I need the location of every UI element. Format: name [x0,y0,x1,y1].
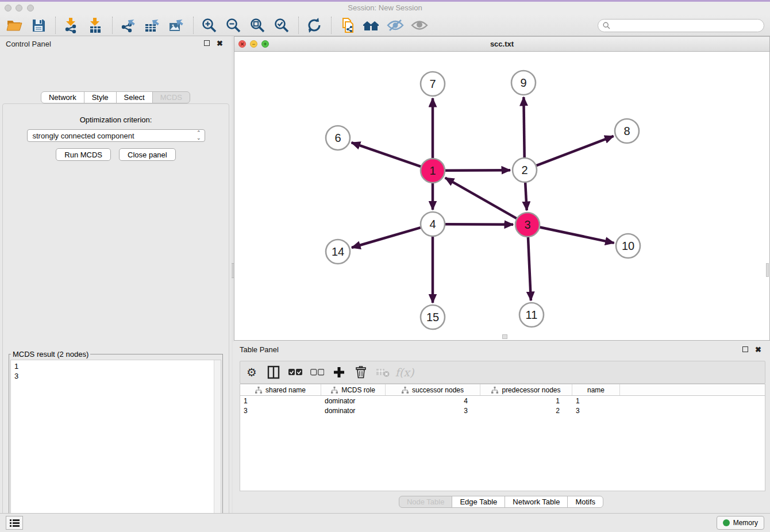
toolbar-separator [112,17,113,34]
column-header-MCDS-role[interactable]: MCDS role [321,384,386,395]
cell-shared-name[interactable]: 1 [240,397,321,405]
zoom-in-icon[interactable] [199,16,219,35]
control-panel-close-icon[interactable]: ✖ [216,40,224,48]
cell-MCDS-role[interactable]: dominator [321,397,386,405]
add-column-icon[interactable] [331,364,347,380]
edge-4-14[interactable] [352,228,421,248]
mcds-result-group: MCDS result (2 nodes) 1 3 [9,350,223,532]
column-label: name [587,386,605,394]
tab-motifs[interactable]: Motifs [567,496,603,508]
import-table-icon[interactable] [86,16,105,35]
zoom-fit-icon[interactable] [248,16,267,35]
tab-node-table[interactable]: Node Table [399,496,453,508]
node-label-1: 1 [429,164,436,177]
zoom-selected-icon[interactable] [272,16,291,35]
tab-edge-table[interactable]: Edge Table [452,496,505,508]
network-window: ✕ − + scc.txt 7968124314101511 [234,36,770,341]
cell-successor-nodes[interactable]: 3 [386,407,480,415]
control-panel-float-button[interactable] [204,40,210,46]
memory-status-icon [723,519,730,526]
export-table-icon[interactable] [143,16,162,35]
column-header-name[interactable]: name [572,384,620,395]
delete-column-icon[interactable] [353,364,369,380]
edge-4-3[interactable] [445,224,513,225]
network-hscroll-thumb[interactable] [502,334,507,339]
save-session-icon[interactable] [29,16,48,35]
edge-3-10[interactable] [540,228,614,243]
memory-button[interactable]: Memory [717,516,764,530]
tab-mcds[interactable]: MCDS [152,91,190,103]
column-header-predecessor-nodes[interactable]: predecessor nodes [480,384,572,395]
chevron-up-down-icon: ⌃⌄ [197,130,201,141]
clear-selection-icon[interactable] [309,364,325,380]
table-row[interactable]: 1dominator411 [240,396,765,406]
status-bar: Memory [0,513,770,532]
network-vscroll-thumb[interactable] [766,263,769,277]
search-box[interactable] [598,19,764,32]
refresh-icon[interactable] [305,16,324,35]
edge-1-2[interactable] [445,170,510,171]
show-panels-button[interactable] [6,516,23,530]
edge-2-3[interactable] [525,183,527,210]
node-label-10: 10 [622,240,634,252]
cell-successor-nodes[interactable]: 4 [386,397,480,405]
edge-2-9[interactable] [523,97,524,157]
app-title: Session: New Session [0,3,770,12]
export-network-icon[interactable] [118,16,138,35]
node-label-7: 7 [429,78,436,90]
export-image-icon[interactable] [167,16,186,35]
criterion-dropdown[interactable]: strongly connected component ⌃⌄ [27,129,205,142]
tab-network-table[interactable]: Network Table [505,496,568,508]
show-all-icon [410,16,429,35]
toolbar-separator [193,17,194,34]
home-view-icon[interactable] [361,16,381,35]
column-header-shared-name[interactable]: shared name [240,384,321,395]
edge-2-8[interactable] [537,136,614,165]
network-window-titlebar[interactable]: ✕ − + scc.txt [234,37,769,52]
column-type-icon [491,387,498,394]
cell-name[interactable]: 1 [572,397,620,405]
table-panel-float-button[interactable] [742,346,748,352]
node-label-4: 4 [429,218,436,230]
node-label-15: 15 [426,311,439,323]
table-panel: Table Panel ✖ ⚙f(x) shared nameMCDS role… [233,342,770,513]
run-mcds-button[interactable]: Run MCDS [56,148,111,161]
open-session-icon[interactable] [5,16,24,35]
cell-shared-name[interactable]: 3 [240,407,321,415]
table-row[interactable]: 3dominator323 [240,406,765,415]
cell-name[interactable]: 3 [572,407,620,415]
result-scrollbar[interactable] [214,360,221,532]
edge-1-6[interactable] [352,142,421,167]
table-toolbar: ⚙f(x) [240,361,765,384]
close-panel-button[interactable]: Close panel [119,148,176,161]
mcds-result-textarea[interactable]: 1 3 [10,360,221,532]
column-label: successor nodes [412,386,464,394]
cell-MCDS-role[interactable]: dominator [321,407,386,415]
show-columns-icon[interactable] [265,364,282,380]
new-network-from-selection-icon[interactable] [337,16,357,35]
list-icon [10,519,20,527]
select-all-icon[interactable] [287,364,303,380]
hide-selected-icon[interactable] [386,16,405,35]
settings-icon[interactable]: ⚙ [244,364,260,380]
node-label-2: 2 [521,164,528,176]
table-panel-close-icon[interactable]: ✖ [754,346,762,354]
import-network-icon[interactable] [61,16,81,35]
control-panel-tabs: NetworkStyleSelectMCDS [0,91,232,103]
cell-predecessor-nodes[interactable]: 1 [480,397,572,405]
cell-predecessor-nodes[interactable]: 2 [480,407,572,415]
app-titlebar: Session: New Session [0,2,770,14]
tab-select[interactable]: Select [116,91,153,103]
function-builder-icon: f(x) [396,364,413,380]
column-header-successor-nodes[interactable]: successor nodes [386,384,480,395]
memory-label: Memory [733,519,758,527]
table-tabs: Node TableEdge TableNetwork TableMotifs [233,496,770,508]
tab-network[interactable]: Network [41,91,84,103]
zoom-out-icon[interactable] [224,16,243,35]
search-input[interactable] [614,22,759,30]
network-canvas[interactable]: 7968124314101511 [234,52,769,340]
network-graph[interactable]: 7968124314101511 [234,52,769,340]
edge-3-11[interactable] [528,237,531,300]
tab-style[interactable]: Style [84,91,117,103]
edge-3-1[interactable] [445,178,517,218]
